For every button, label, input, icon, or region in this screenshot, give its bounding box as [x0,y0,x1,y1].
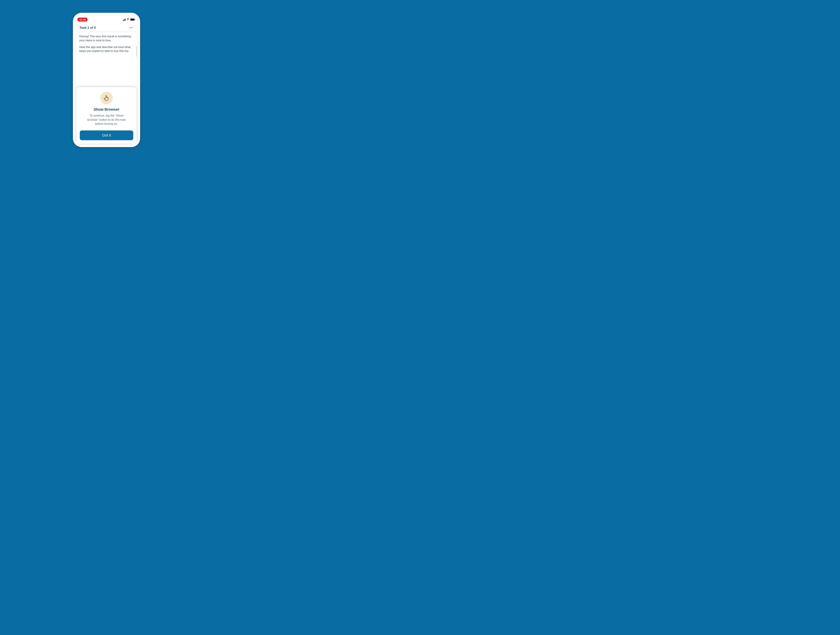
task-instructions: Hooray! The very first result is somethi… [76,32,137,53]
wifi-icon [126,19,129,20]
pointing-hand-icon [104,95,109,101]
scroll-indicator[interactable] [136,46,137,57]
show-browser-modal: Show Browser To continue, tap the “Show … [76,87,137,143]
status-icons [123,19,135,20]
status-time-recording-pill: 12:09 [77,17,87,22]
cellular-signal-icon [123,19,126,20]
status-bar: 12:09 [76,15,137,22]
phone-screen: 12:09 Task 1 of 5 Hoor [75,15,138,145]
task-progress-title: Task 1 of 5 [79,26,96,30]
modal-icon-circle [100,92,113,104]
ellipsis-icon [130,27,133,28]
battery-icon [130,19,134,20]
got-it-button[interactable]: Got it [80,131,133,140]
modal-title: Show Browser [80,107,133,112]
task-header: Task 1 of 5 [76,22,137,32]
task-instructions-paragraph: Hooray! The very first result is somethi… [79,35,134,43]
phone-frame: 12:09 Task 1 of 5 Hoor [73,13,140,147]
task-instructions-paragraph: View the app and describe out loud what … [79,45,134,53]
modal-body-text: To continue, tap the “Show browser” butt… [80,113,133,126]
more-options-button[interactable] [128,25,134,30]
